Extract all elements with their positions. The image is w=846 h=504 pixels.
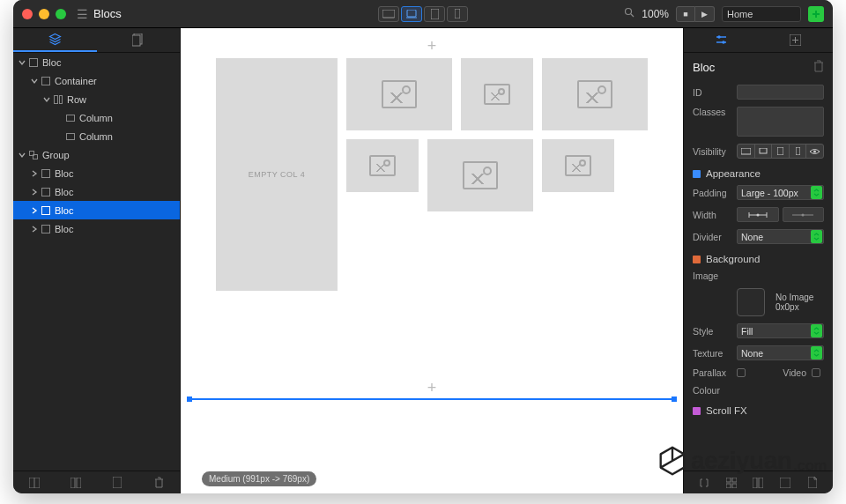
- width-full-button[interactable]: [783, 207, 825, 222]
- appearance-section-header[interactable]: Appearance: [684, 162, 833, 182]
- background-image-well[interactable]: [737, 288, 765, 316]
- divider-value: None: [741, 232, 763, 242]
- svg-rect-4: [455, 9, 460, 19]
- bg-style-select[interactable]: Fill: [737, 323, 824, 338]
- disclosure-triangle[interactable]: [31, 226, 38, 233]
- columns-icon[interactable]: [752, 477, 764, 489]
- play-preview-button[interactable]: ▶: [695, 6, 715, 22]
- image-icon: [577, 80, 612, 108]
- width-edge-button[interactable]: [737, 207, 779, 222]
- image-placeholder[interactable]: [346, 139, 419, 192]
- stop-preview-button[interactable]: ■: [676, 6, 695, 22]
- tree-item-bloc-6[interactable]: Bloc: [13, 164, 180, 182]
- tree-item-bloc-0[interactable]: Bloc: [13, 53, 180, 71]
- id-input[interactable]: [737, 85, 824, 100]
- search-icon[interactable]: [624, 7, 634, 20]
- scrollfx-heading: Scroll FX: [706, 405, 747, 416]
- disclosure-triangle[interactable]: [43, 96, 50, 103]
- background-section-header[interactable]: Background: [684, 248, 833, 267]
- box-icon: [29, 58, 38, 67]
- zoom-level[interactable]: 100%: [642, 8, 669, 20]
- divider-label: Divider: [693, 232, 731, 242]
- visibility-group: [737, 144, 824, 159]
- footer-trash-icon[interactable]: [152, 477, 165, 489]
- scrollfx-section-header[interactable]: Scroll FX: [684, 399, 833, 419]
- selection-handle-right[interactable]: [672, 397, 677, 402]
- divider-select[interactable]: None: [737, 229, 824, 244]
- video-checkbox[interactable]: [812, 368, 820, 377]
- visibility-label: Visibility: [693, 146, 731, 157]
- classes-label: Classes: [693, 107, 731, 117]
- disclosure-triangle[interactable]: [31, 207, 38, 214]
- svg-rect-36: [753, 478, 757, 488]
- row-icon: [54, 95, 63, 104]
- tree-item-bloc-7[interactable]: Bloc: [13, 182, 180, 201]
- disclosure-triangle[interactable]: [19, 59, 26, 66]
- svg-point-19: [722, 41, 724, 43]
- empty-column[interactable]: EMPTY COL 4: [216, 58, 338, 291]
- canvas[interactable]: + EMPTY COL 4: [181, 28, 683, 493]
- vis-tablet-button[interactable]: [772, 145, 790, 158]
- tree-item-container-1[interactable]: Container: [13, 71, 180, 90]
- tree-item-bloc-8[interactable]: Bloc: [13, 201, 180, 219]
- footer-page-icon[interactable]: [111, 477, 123, 489]
- disclosure-triangle[interactable]: [19, 152, 26, 159]
- disclosure-triangle[interactable]: [31, 78, 38, 85]
- disclosure-triangle[interactable]: [31, 170, 38, 177]
- footer-columns-icon[interactable]: [70, 477, 82, 489]
- svg-rect-26: [796, 147, 800, 155]
- vis-eye-button[interactable]: [806, 145, 823, 158]
- selection-handle-left[interactable]: [187, 397, 192, 402]
- tree-item-row-2[interactable]: Row: [13, 90, 180, 108]
- parallax-checkbox[interactable]: [737, 368, 746, 377]
- bg-texture-select[interactable]: None: [737, 345, 824, 360]
- vis-laptop-button[interactable]: [755, 145, 773, 158]
- device-tablet-button[interactable]: [424, 6, 445, 22]
- dropdown-arrow-icon: [811, 186, 822, 199]
- pages-tab[interactable]: [97, 28, 181, 52]
- tree-item-bloc-9[interactable]: Bloc: [13, 219, 180, 238]
- delete-element-icon[interactable]: [813, 60, 824, 74]
- menu-icon[interactable]: ☰: [77, 7, 88, 21]
- appearance-swatch: [693, 170, 701, 178]
- tree-item-group-5[interactable]: Group: [13, 145, 180, 164]
- id-label: ID: [693, 87, 731, 98]
- add-tab[interactable]: [759, 28, 834, 52]
- device-laptop-button[interactable]: [401, 6, 422, 22]
- brackets-icon[interactable]: [698, 477, 710, 489]
- box-icon[interactable]: [779, 477, 791, 489]
- page-icon[interactable]: [806, 477, 819, 489]
- tree-item-column-4[interactable]: Column: [13, 127, 180, 145]
- dropdown-arrow-icon: [811, 324, 822, 337]
- device-desktop-button[interactable]: [378, 6, 399, 22]
- add-page-button[interactable]: [808, 6, 824, 22]
- image-placeholder[interactable]: [427, 139, 533, 211]
- tree-item-column-3[interactable]: Column: [13, 108, 180, 127]
- minimize-window-button[interactable]: [39, 9, 49, 19]
- add-bloc-top-button[interactable]: +: [427, 37, 437, 56]
- vis-desktop-button[interactable]: [738, 145, 755, 158]
- background-image-info: No Image 0x0px: [776, 293, 813, 312]
- svg-rect-25: [777, 147, 783, 155]
- layers-tab[interactable]: [13, 28, 97, 52]
- image-placeholder[interactable]: [542, 139, 614, 192]
- device-phone-button[interactable]: [447, 6, 468, 22]
- vis-phone-button[interactable]: [790, 145, 807, 158]
- zoom-window-button[interactable]: [56, 9, 66, 19]
- footer-layout-icon[interactable]: [28, 477, 41, 489]
- image-placeholder[interactable]: [542, 58, 648, 130]
- close-window-button[interactable]: [22, 9, 33, 19]
- page-select[interactable]: Home: [722, 6, 801, 22]
- properties-tab[interactable]: [684, 28, 759, 52]
- padding-select[interactable]: Large - 100px: [737, 185, 824, 200]
- disclosure-triangle[interactable]: [31, 189, 38, 196]
- tree-item-label: Column: [79, 113, 113, 123]
- classes-input[interactable]: [737, 107, 824, 137]
- image-label: Image: [693, 271, 731, 281]
- add-bloc-bottom-button[interactable]: +: [427, 379, 437, 397]
- image-placeholder[interactable]: [346, 58, 452, 130]
- texture-label: Texture: [693, 348, 731, 359]
- tree-item-label: Bloc: [55, 224, 73, 234]
- grid-icon[interactable]: [725, 477, 738, 489]
- image-placeholder[interactable]: [461, 58, 533, 130]
